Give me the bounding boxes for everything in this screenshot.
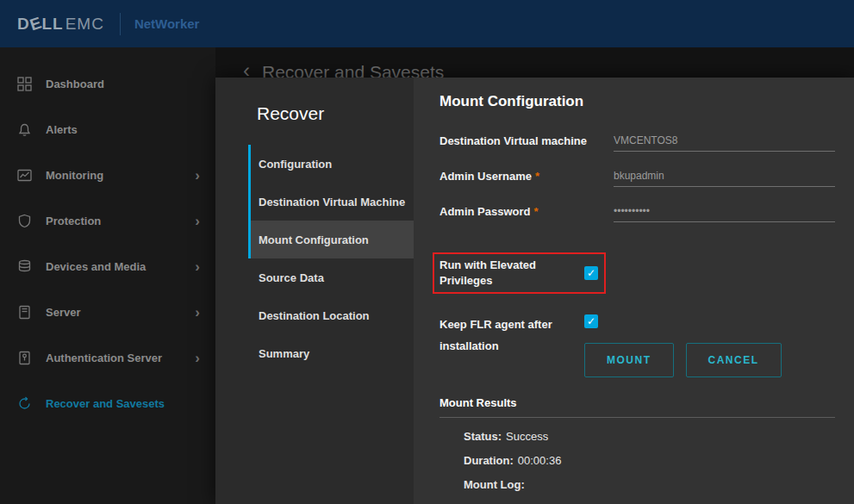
result-mount-log-row: Mount Log: — [464, 478, 835, 491]
sidebar-item-label: Devices and Media — [46, 260, 146, 273]
sidebar-item-label: Monitoring — [46, 169, 103, 182]
chevron-right-icon: › — [195, 168, 200, 183]
keep-flr-agent-row: Keep FLR agent after installation ✓ MOUN… — [439, 314, 835, 377]
chevron-right-icon: › — [195, 305, 200, 320]
recover-icon — [16, 396, 33, 412]
dell-emc-logo: DELLEMC — [17, 15, 104, 34]
step-configuration[interactable]: Configuration — [248, 145, 414, 183]
wizard-title: Recover — [215, 91, 414, 145]
checkbox-check-icon: ✓ — [587, 315, 595, 327]
mount-configuration-panel: Mount Configuration Destination Virtual … — [414, 78, 854, 504]
elevated-privileges-label: Run with Elevated Privileges — [439, 258, 584, 289]
field-label: Admin Username* — [439, 170, 614, 187]
sidebar-item-devices-and-media[interactable]: Devices and Media › — [0, 244, 215, 289]
chevron-right-icon: › — [195, 259, 200, 274]
storage-icon — [16, 259, 33, 275]
required-marker: * — [533, 205, 538, 218]
required-marker: * — [535, 170, 539, 183]
chevron-right-icon: › — [195, 351, 200, 365]
field-label: Admin Password* — [439, 205, 614, 222]
admin-password-input[interactable]: •••••••••• — [614, 205, 835, 222]
field-destination-virtual-machine: Destination Virtual machine VMCENTOS8 — [439, 134, 835, 152]
server-icon — [16, 305, 33, 320]
checkbox-check-icon: ✓ — [587, 267, 595, 279]
sidebar-item-label: Protection — [46, 215, 101, 227]
sidebar-item-dashboard[interactable]: Dashboard — [0, 61, 215, 107]
keep-flr-agent-label: Keep FLR agent after installation — [439, 314, 584, 377]
elevated-privileges-annotation-box: Run with Elevated Privileges ✓ — [433, 252, 606, 294]
sidebar-item-label: Dashboard — [46, 78, 104, 90]
elevated-privileges-checkbox[interactable]: ✓ — [584, 266, 598, 280]
sidebar-item-server[interactable]: Server › — [0, 289, 215, 335]
step-summary[interactable]: Summary — [248, 334, 414, 372]
wizard-steps-panel: Recover Configuration Destination Virtua… — [215, 78, 414, 504]
sidebar-item-recover-and-savesets[interactable]: Recover and Savesets — [0, 381, 215, 426]
admin-username-input[interactable]: bkupadmin — [614, 170, 835, 187]
sidebar-item-monitoring[interactable]: Monitoring › — [0, 152, 215, 198]
step-destination-virtual-machine[interactable]: Destination Virtual Machine — [248, 183, 414, 221]
auth-server-icon — [16, 351, 33, 366]
result-duration-row: Duration:00:00:36 — [464, 454, 835, 467]
step-source-data[interactable]: Source Data — [248, 258, 414, 296]
result-status-row: Status:Success — [464, 430, 835, 443]
topbar: DELLEMC NetWorker — [0, 0, 854, 47]
sidebar-item-alerts[interactable]: Alerts — [0, 107, 215, 152]
brand-dell: DELL — [17, 15, 64, 34]
networker-app: DELLEMC NetWorker Dashboard Alerts Monit… — [0, 0, 854, 504]
field-label: Destination Virtual machine — [439, 134, 614, 152]
step-mount-configuration[interactable]: Mount Configuration — [248, 221, 414, 258]
sidebar-item-label: Authentication Server — [46, 352, 162, 364]
mount-results: Status:Success Duration:00:00:36 Mount L… — [439, 430, 835, 491]
mount-button[interactable]: MOUNT — [584, 343, 674, 377]
mount-results-title: Mount Results — [439, 396, 835, 409]
recover-wizard-modal: Recover Configuration Destination Virtua… — [215, 78, 854, 504]
bell-icon — [16, 122, 33, 138]
brand-emc: EMC — [65, 15, 104, 34]
sidebar-item-label: Alerts — [46, 123, 78, 136]
field-admin-password: Admin Password* •••••••••• — [439, 205, 835, 222]
sidebar-item-protection[interactable]: Protection › — [0, 198, 215, 244]
sidebar-item-authentication-server[interactable]: Authentication Server › — [0, 335, 215, 381]
chevron-right-icon: › — [195, 214, 200, 228]
product-name: NetWorker — [134, 16, 200, 31]
cancel-button[interactable]: CANCEL — [686, 343, 782, 377]
step-destination-location[interactable]: Destination Location — [248, 296, 414, 334]
back-arrow-icon[interactable]: ‹ — [243, 62, 250, 79]
shield-icon — [16, 214, 33, 229]
sidebar-item-label: Server — [46, 306, 80, 319]
topbar-divider — [120, 13, 121, 35]
destination-virtual-machine-input[interactable]: VMCENTOS8 — [614, 134, 835, 152]
monitoring-chart-icon — [16, 168, 33, 184]
sidebar: Dashboard Alerts Monitoring › Protection… — [0, 47, 215, 504]
dashboard-icon — [16, 77, 33, 92]
field-admin-username: Admin Username* bkupadmin — [439, 170, 835, 187]
results-divider — [439, 417, 835, 418]
keep-flr-agent-checkbox[interactable]: ✓ — [584, 314, 598, 328]
panel-title: Mount Configuration — [439, 93, 835, 110]
sidebar-item-label: Recover and Savesets — [46, 397, 165, 410]
button-row: MOUNT CANCEL — [584, 343, 782, 377]
